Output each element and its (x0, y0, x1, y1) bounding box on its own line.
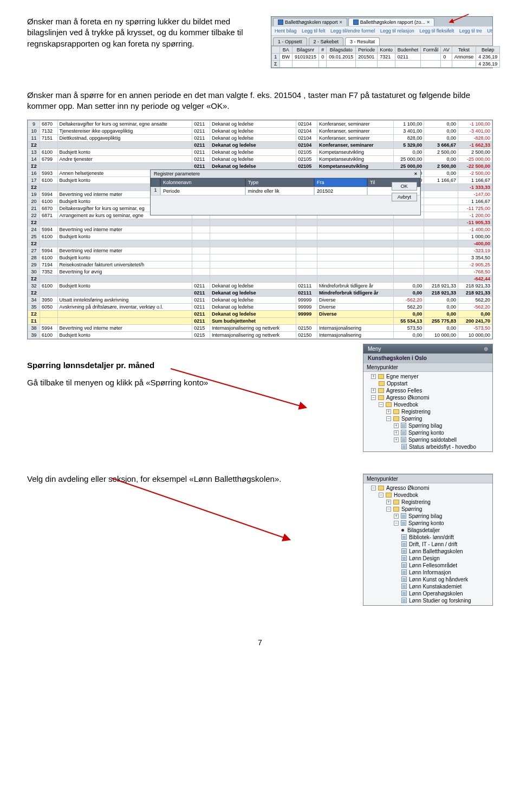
tree-item[interactable]: Bibliotek- lønn/drift (363, 534, 492, 541)
tree-item[interactable]: Status arbeidsflyt - hovedbo (363, 443, 492, 450)
subtabs: 1 - Oppsett 2 - Søkebet 3 - Resultat (271, 36, 492, 46)
table-row[interactable]: 256100Budsjett konto1 000,00 (28, 233, 492, 240)
table-row[interactable]: Σ2-11 905,33 (28, 219, 492, 226)
report-icon (401, 541, 407, 547)
periode-fra-input[interactable]: 201502 (314, 187, 367, 195)
tree-item[interactable]: +Registrering (363, 408, 492, 415)
table-row[interactable]: 136100Budsjett konto0211Dekanat og ledel… (28, 148, 492, 155)
report-icon (401, 591, 407, 596)
table-row[interactable]: Σ2-642,44 (28, 275, 492, 282)
report-icon (401, 520, 406, 526)
table-row[interactable]: 297194Reisekostnader fakturert universit… (28, 261, 492, 268)
report-icon (401, 430, 406, 435)
tree-item[interactable]: −Spørring konto (363, 520, 492, 527)
report-icon (401, 598, 407, 603)
svg-line-2 (111, 478, 290, 540)
close-icon[interactable]: × (427, 19, 430, 25)
table-row[interactable]: 146799Andre tjenester0211Dekanat og lede… (28, 155, 492, 162)
table-row[interactable]: Σ20211Dekanat og ledelse99999Diverse0,00… (28, 310, 492, 317)
menu-tree-main: Meny⊕ Kunsthøgskolen i Oslo Menypunkter … (363, 344, 493, 452)
page-number: 7 (27, 638, 493, 647)
table-row[interactable]: 275994Bevertning ved interne møter-323,1… (28, 247, 492, 254)
tree-item[interactable]: Lønn Design (363, 555, 492, 562)
tree-item-sporring-konto[interactable]: +Spørring konto (363, 429, 492, 436)
tree-item[interactable]: Oppstart (363, 380, 492, 387)
table-row[interactable]: Σ10211Sum budsjettenhet55 534,13255 775,… (28, 317, 492, 324)
close-icon[interactable]: × (340, 19, 342, 25)
table-row[interactable]: 307352Bevertning for øvrig-768,50 (28, 268, 492, 275)
tree-item[interactable]: −Agresso Økonomi (363, 394, 492, 401)
report-icon (401, 534, 407, 540)
table-row[interactable]: Σ20211Dekanat og ledelse02111Mindreforbr… (28, 289, 492, 296)
table-row[interactable]: 117151Diettkostnad, oppgavepliktig0211De… (28, 134, 492, 141)
close-icon[interactable]: × (414, 171, 417, 176)
screenshot-wide-grid: 96870Deltakeravgifter for kurs og semina… (27, 120, 493, 339)
body-text: Gå tilbake til menyen og klikk på «Spørr… (27, 377, 350, 388)
tree-item[interactable]: +Agresso Felles (363, 387, 492, 394)
tab-toolbar: Hent bilag Legg til felt Legg til/endre … (271, 26, 492, 36)
tree-item[interactable]: +Registrering (363, 499, 492, 506)
menu-section-label: Menypunkter (363, 474, 492, 483)
tree-item[interactable]: Lønn Operahøgskolen (363, 590, 492, 597)
menu-section-label: Menypunkter (363, 363, 492, 372)
svg-line-0 (450, 14, 469, 22)
subtab-sokebet[interactable]: 2 - Søkebet (309, 37, 344, 45)
tree-item[interactable]: +Spørring saldotabell (363, 436, 492, 443)
table-row[interactable]: 356050Avskrivning på driftsløsøre, inven… (28, 303, 492, 310)
subtab-resultat[interactable]: 3 - Resultat (345, 37, 380, 45)
table-row[interactable]: 107132Tjenestereiser ikke oppgavepliktig… (28, 127, 492, 134)
report-icon (401, 444, 407, 449)
table-row[interactable]: 96870Deltakeravgifter for kurs og semina… (28, 120, 492, 127)
report-icon (401, 437, 406, 442)
window-tab-2[interactable]: Balletthøgskolen rapport (zo...× (348, 18, 434, 26)
subtab-oppsett[interactable]: 1 - Oppsett (273, 37, 307, 45)
table-row[interactable]: 286100Budsjett konto3 354,50 (28, 254, 492, 261)
tree-item[interactable]: Drift, IT - Lønn / drift (363, 541, 492, 548)
window-tab-1[interactable]: Balletthøgskolen rapport× (273, 18, 347, 26)
table-row[interactable]: 343950Utsatt inntektsføring avskrivning0… (28, 296, 492, 303)
tree-item[interactable]: −Spørring (363, 415, 492, 422)
org-title: Kunsthøgskolen i Oslo (363, 353, 492, 363)
tree-item[interactable]: −Hovedbok (363, 401, 492, 408)
report-icon (401, 548, 407, 554)
tree-item[interactable]: Bilagsdetaljer (363, 527, 492, 534)
dialog-registrer-parametere: Registrer parametere × Kolonnenavn Type … (150, 169, 421, 215)
report-icon (401, 423, 406, 428)
tree-item[interactable]: +Egne menyer (363, 373, 492, 380)
tree-item-lonn-balletthogskolen[interactable]: Lønn Balletthøgskolen (363, 548, 492, 555)
body-text: Velg din avdeling eller seksjon, for eks… (27, 474, 350, 484)
table-row[interactable]: 396100Budsjett konto0215Internasjonalise… (28, 331, 492, 338)
tree-item[interactable]: Lønn Fellesområdet (363, 562, 492, 569)
table-row[interactable]: Σ20211Dekanat og ledelse02105Kompetanseu… (28, 162, 492, 169)
menu-tree-detail: Menypunkter −Agresso Økonomi −Hovedbok +… (363, 474, 493, 606)
section-heading: Spørring lønnsdetaljer pr. måned (27, 360, 350, 371)
body-text: Ønsker man å spørre for en annen periode… (27, 90, 493, 112)
report-icon (401, 577, 407, 582)
tree-item[interactable]: −Agresso Økonomi (363, 484, 492, 492)
table-row[interactable]: 245994Bevertning ved interne møter-1 400… (28, 226, 492, 233)
avbryt-button[interactable]: Avbryt (392, 193, 417, 201)
screenshot-tabs-result: Balletthøgskolen rapport× Balletthøgskol… (271, 16, 493, 68)
tree-item[interactable]: −Spørring (363, 506, 492, 513)
result-grid: BABilagsnr#BilagsdatoPeriodeKontoBudenhe… (271, 46, 500, 68)
sum-row: Σ 4 236,19 (272, 61, 500, 68)
table-row[interactable]: Σ20211Dekanat og ledelse02104Konferanser… (28, 141, 492, 148)
report-icon (401, 513, 406, 519)
tree-item[interactable]: Lønn Studier og forskning (363, 597, 492, 604)
report-icon (401, 584, 407, 589)
tree-item[interactable]: −Hovedbok (363, 492, 492, 499)
tree-item[interactable]: Lønn Kunst og håndverk (363, 576, 492, 583)
tree-item[interactable]: Lønn Informasjon (363, 569, 492, 576)
table-row[interactable]: Σ2-400,00 (28, 240, 492, 247)
report-icon (401, 555, 407, 561)
dialog-title: Registrer parametere (154, 171, 200, 176)
table-row[interactable]: 385994Bevertning ved interne møter0215In… (28, 324, 492, 331)
report-icon (401, 569, 407, 575)
ok-button[interactable]: OK (392, 182, 417, 191)
tree-item[interactable]: Lønn Kunstakademiet (363, 583, 492, 590)
tree-item[interactable]: +Spørring bilag (363, 513, 492, 520)
table-row[interactable]: 1 BW91019215009.01.2015201501732102110An… (272, 54, 500, 61)
table-row[interactable]: 326100Budsjett konto0211Dekanat og ledel… (28, 282, 492, 289)
tree-item[interactable]: +Spørring bilag (363, 422, 492, 429)
report-icon (401, 562, 407, 568)
